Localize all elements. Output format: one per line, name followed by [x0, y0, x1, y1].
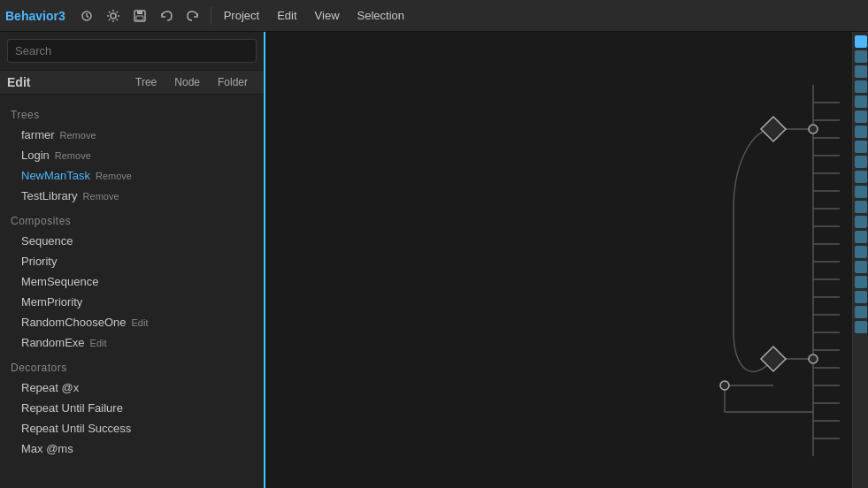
composite-name-randomchooseone: RandomChooseOne	[21, 316, 127, 329]
right-tab-10[interactable]	[855, 171, 867, 183]
composite-mempriority[interactable]: MemPriority	[0, 292, 264, 312]
right-tab-19[interactable]	[855, 306, 867, 318]
sidebar: Edit Tree Node Folder Trees farmer Remov…	[0, 32, 265, 488]
tree-name-newmantask: NewManTask	[21, 169, 90, 182]
right-tab-2[interactable]	[855, 50, 867, 63]
composite-randomexe[interactable]: RandomExe Edit	[0, 332, 264, 353]
menu-edit[interactable]: Edit	[268, 5, 305, 26]
right-tab-17[interactable]	[855, 276, 867, 288]
right-panel	[852, 32, 868, 488]
composite-edit-randomchooseone[interactable]: Edit	[132, 317, 149, 328]
right-tab-4[interactable]	[855, 80, 867, 93]
search-input[interactable]	[7, 39, 257, 63]
tree-button[interactable]: Tree	[127, 74, 165, 90]
tree-remove-login[interactable]: Remove	[55, 150, 91, 161]
composite-name-priority: Priority	[21, 255, 57, 268]
menu-view[interactable]: View	[306, 5, 349, 26]
decorator-name-max-ms: Max @ms	[21, 442, 73, 455]
sidebar-content: Trees farmer Remove Login Remove NewManT…	[0, 95, 264, 488]
decorator-repeat-until-success[interactable]: Repeat Until Success	[0, 418, 264, 438]
redo-icon[interactable]	[181, 4, 205, 28]
tree-item-testlibrary[interactable]: TestLibrary Remove	[0, 186, 264, 206]
menu-separator-1	[211, 7, 211, 25]
svg-rect-5	[273, 32, 860, 488]
composite-name-randomexe: RandomExe	[21, 336, 85, 349]
gear-icon[interactable]	[101, 4, 126, 28]
svg-rect-4	[136, 16, 143, 20]
tree-item-login[interactable]: Login Remove	[0, 145, 264, 165]
right-tab-12[interactable]	[855, 201, 867, 213]
composite-edit-randomexe[interactable]: Edit	[90, 338, 107, 348]
decorators-section-header: Decorators	[0, 353, 264, 377]
menubar: Behavior3 Project Edit View Selection	[0, 0, 868, 32]
right-tab-7[interactable]	[855, 126, 867, 138]
composite-name-sequence: Sequence	[21, 234, 73, 248]
layout: Edit Tree Node Folder Trees farmer Remov…	[0, 32, 868, 488]
right-tab-13[interactable]	[855, 216, 867, 228]
right-tab-3[interactable]	[855, 65, 867, 78]
save-icon[interactable]	[127, 4, 152, 28]
right-tab-1[interactable]	[855, 35, 867, 48]
tree-name-farmer: farmer	[21, 128, 55, 141]
right-tab-5[interactable]	[855, 95, 867, 108]
canvas-area[interactable]	[265, 32, 868, 488]
tree-item-farmer[interactable]: farmer Remove	[0, 125, 264, 145]
tree-name-login: Login	[21, 149, 50, 162]
composite-priority[interactable]: Priority	[0, 251, 264, 271]
decorator-name-repeat-x: Repeat @x	[21, 381, 79, 394]
undo-icon[interactable]	[154, 4, 179, 28]
node-graph-svg	[265, 32, 868, 488]
tree-item-newmantask[interactable]: NewManTask Remove	[0, 165, 264, 186]
decorator-repeat-x[interactable]: Repeat @x	[0, 377, 264, 398]
decorator-name-repeat-until-failure: Repeat Until Failure	[21, 401, 123, 415]
decorator-repeat-until-failure[interactable]: Repeat Until Failure	[0, 398, 264, 418]
composite-sequence[interactable]: Sequence	[0, 231, 264, 251]
svg-point-33	[809, 125, 818, 133]
composite-memsequence[interactable]: MemSequence	[0, 271, 264, 292]
composite-randomchooseone[interactable]: RandomChooseOne Edit	[0, 312, 264, 332]
menu-project[interactable]: Project	[215, 5, 268, 26]
tree-remove-farmer[interactable]: Remove	[60, 130, 96, 141]
right-tab-8[interactable]	[855, 141, 867, 153]
tree-remove-newmantask[interactable]: Remove	[96, 171, 132, 181]
app-title: Behavior3	[5, 9, 65, 23]
tree-remove-testlibrary[interactable]: Remove	[83, 191, 119, 202]
edit-label: Edit	[7, 75, 127, 89]
decorator-name-repeat-until-success: Repeat Until Success	[21, 422, 131, 435]
composite-name-mempriority: MemPriority	[21, 295, 82, 309]
edit-toolbar: Edit Tree Node Folder	[0, 71, 264, 95]
node-button[interactable]: Node	[165, 74, 209, 90]
right-tab-6[interactable]	[855, 111, 867, 123]
tree-name-testlibrary: TestLibrary	[21, 189, 78, 202]
search-bar	[0, 32, 264, 71]
folder-button[interactable]: Folder	[209, 74, 257, 90]
right-tab-9[interactable]	[855, 156, 867, 168]
right-tab-18[interactable]	[855, 291, 867, 303]
svg-point-1	[111, 13, 116, 19]
composite-name-memsequence: MemSequence	[21, 275, 98, 288]
right-tab-15[interactable]	[855, 246, 867, 258]
decorator-max-ms[interactable]: Max @ms	[0, 438, 264, 459]
right-tab-16[interactable]	[855, 261, 867, 273]
svg-point-35	[809, 355, 818, 363]
menu-selection[interactable]: Selection	[349, 5, 413, 26]
trees-section-header: Trees	[0, 100, 264, 125]
right-tab-11[interactable]	[855, 186, 867, 198]
composites-section-header: Composites	[0, 206, 264, 231]
svg-rect-3	[137, 11, 142, 14]
right-tab-14[interactable]	[855, 231, 867, 243]
right-tab-20[interactable]	[855, 321, 867, 333]
svg-point-36	[720, 381, 729, 390]
icon-undo-alt[interactable]	[74, 4, 99, 28]
